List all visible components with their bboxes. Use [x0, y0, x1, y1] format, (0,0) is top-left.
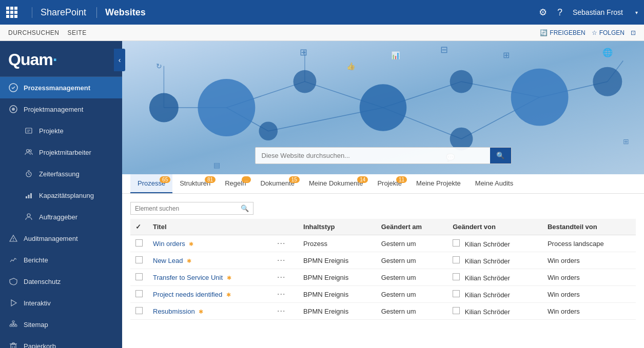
row-check-1[interactable] [130, 252, 148, 269]
row-changed-by-4: Kilian Schröder [447, 303, 542, 320]
tab-meine-projekte[interactable]: Meine Projekte [409, 174, 468, 193]
row-type-2: BPMN Ereignis [298, 269, 376, 286]
svg-text:⊞: ⊞ [503, 50, 510, 59]
filter-input[interactable] [135, 205, 238, 212]
tab-dokumente[interactable]: Dokumente 15 [253, 174, 301, 193]
tab-regeln[interactable]: Regeln ... [218, 174, 253, 193]
row-check-3[interactable] [130, 286, 148, 303]
row-context-menu-0[interactable]: ··· [277, 239, 285, 248]
badge-meine-dokumente: 14 [357, 176, 368, 183]
row-title-link-2[interactable]: Transfer to Service Unit [153, 274, 223, 281]
sidebar-item-kapazitaetsplanung[interactable]: Kapazitätsplanung [0, 185, 122, 206]
site-name: Websites [96, 7, 146, 18]
sidebar-item-auftraggeber[interactable]: Auftraggeber [0, 206, 122, 228]
sidebar-collapse-button[interactable]: ‹ [114, 49, 125, 71]
sidebar-item-auditmanagement[interactable]: Auditmanagement [0, 228, 122, 249]
row-changed-by-3: Kilian Schröder [447, 286, 542, 303]
sidebar-label-auditmanagement: Auditmanagement [24, 235, 78, 242]
row-title-link-3[interactable]: Project needs identified [153, 291, 222, 298]
row-dots-0: ··· [272, 235, 298, 252]
tab-prozesse[interactable]: Prozesse 65 [130, 174, 172, 193]
row-check-2[interactable] [130, 269, 148, 286]
brand-area: SharePoint Websites [32, 7, 146, 18]
row-changed-by-check-0[interactable] [453, 239, 460, 247]
folgen-action[interactable]: ☆ FOLGEN [592, 29, 625, 36]
row-changed-by-check-4[interactable] [453, 307, 460, 314]
search-input[interactable] [256, 148, 490, 163]
filter-search-icon[interactable]: 🔍 [241, 204, 249, 212]
brand-name: SharePoint [41, 7, 86, 18]
sidebar-item-projekte[interactable]: Projekte [0, 120, 122, 141]
prozessmanagement-icon [8, 83, 18, 93]
row-check-0[interactable] [130, 235, 148, 252]
checkbox-0[interactable] [135, 239, 143, 247]
sidebar-item-papierkorb[interactable]: Papierkorb [0, 335, 122, 348]
svg-point-2 [12, 108, 15, 111]
sidebar-item-projektmanagement[interactable]: Projektmanagement [0, 98, 122, 120]
sidebar-item-datenschutz[interactable]: Datenschutz [0, 271, 122, 292]
checkbox-4[interactable] [135, 307, 143, 314]
svg-point-51 [360, 84, 407, 131]
sidebar-item-zeiterfassung[interactable]: Zeiterfassung [0, 163, 122, 185]
settings-icon[interactable]: ⚙ [539, 7, 547, 18]
svg-text:↻: ↻ [156, 62, 162, 70]
tab-projekte[interactable]: Projekte 11 [370, 174, 409, 193]
search-bar: 🔍 [255, 147, 512, 164]
svg-text:⊞: ⊞ [623, 137, 629, 146]
col-titel: Titel [148, 219, 272, 235]
durchsuchen-link[interactable]: DURCHSUCHEN [8, 29, 60, 36]
row-type-3: BPMN Ereignis [298, 286, 376, 303]
sidebar-item-berichte[interactable]: Berichte [0, 249, 122, 271]
row-changed-by-2: Kilian Schröder [447, 269, 542, 286]
row-changed-by-check-2[interactable] [453, 273, 460, 280]
sidebar-item-interaktiv[interactable]: Interaktiv [0, 292, 122, 314]
fullscreen-action[interactable]: ⊡ [631, 29, 636, 36]
help-icon[interactable]: ? [557, 7, 562, 18]
projektmanagement-icon [8, 104, 18, 114]
table-row: Transfer to Service Unit ✱ ··· BPMN Erei… [130, 269, 636, 286]
svg-point-55 [259, 121, 278, 140]
sidebar-item-prozessmanagement[interactable]: Prozessmanagement [0, 77, 122, 98]
auditmanagement-icon [8, 233, 18, 243]
app-launcher[interactable] [6, 7, 17, 18]
seite-link[interactable]: SEITE [68, 29, 87, 36]
row-part-of-0: Process landscape [542, 235, 636, 252]
tab-meine-audits[interactable]: Meine Audits [468, 174, 520, 193]
row-title-link-1[interactable]: New Lead [153, 257, 183, 264]
tab-meine-dokumente[interactable]: Meine Dokumente 14 [302, 174, 370, 193]
row-title-link-4[interactable]: Resubmission [153, 308, 195, 315]
sidebar-label-interaktiv: Interaktiv [24, 299, 51, 307]
second-bar-actions: 🔄 FREIGEBEN ☆ FOLGEN ⊡ [540, 29, 636, 36]
content-area: ⊞ 📊 ⊟ ⊞ 🌐 ↻ ⚠ 💬 ⊡ ⊞ ⊞ ▤ 👍 🔍 [122, 41, 644, 348]
row-changed-by-check-3[interactable] [453, 290, 460, 297]
sidebar-item-projektmitarbeiter[interactable]: Projektmitarbeiter [0, 141, 122, 163]
checkbox-1[interactable] [135, 256, 143, 263]
checkbox-3[interactable] [135, 290, 143, 297]
row-check-4[interactable] [130, 303, 148, 320]
row-context-menu-3[interactable]: ··· [277, 290, 285, 299]
row-context-menu-4[interactable]: ··· [277, 306, 285, 316]
tab-strukturen[interactable]: Strukturen 81 [172, 174, 218, 193]
search-button[interactable]: 🔍 [490, 148, 511, 163]
user-dropdown-icon[interactable]: ▾ [635, 10, 638, 15]
refresh-icon: 🔄 [540, 29, 548, 36]
row-changed-2: Gestern um [376, 269, 447, 286]
checkbox-2[interactable] [135, 273, 143, 280]
svg-point-53 [149, 93, 179, 122]
sitemap-icon [8, 319, 18, 330]
star-icon: ☆ [592, 29, 597, 36]
user-name[interactable]: Sebastian Frost [573, 8, 623, 16]
row-changed-by-check-1[interactable] [453, 256, 460, 263]
row-title-link-0[interactable]: Win orders [153, 240, 185, 248]
svg-text:🌐: 🌐 [602, 47, 613, 58]
sidebar-item-sitemap[interactable]: Sitemap [0, 314, 122, 335]
row-context-menu-2[interactable]: ··· [277, 273, 285, 282]
freigeben-action[interactable]: 🔄 FREIGEBEN [540, 29, 585, 36]
table-row: Resubmission ✱ ··· BPMN Ereignis Gestern… [130, 303, 636, 320]
projektmitarbeiter-icon [24, 147, 34, 157]
col-geaendert-von: Geändert von [447, 219, 542, 235]
col-actions [272, 219, 298, 235]
row-title-2: Transfer to Service Unit ✱ [148, 269, 272, 286]
row-context-menu-1[interactable]: ··· [277, 256, 285, 265]
svg-rect-12 [26, 196, 27, 198]
